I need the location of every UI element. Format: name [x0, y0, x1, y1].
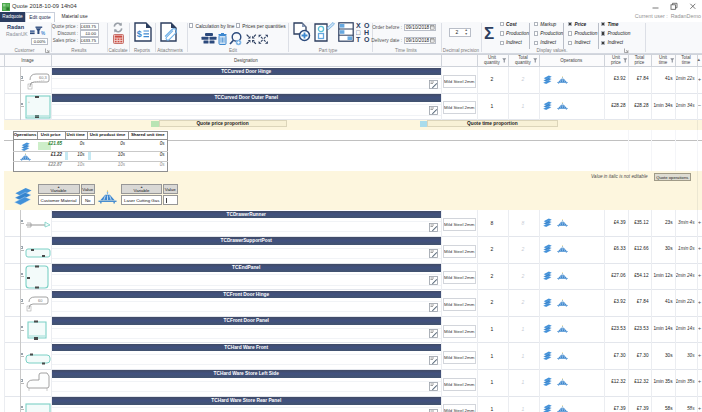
svg-text:60.3: 60.3: [39, 75, 48, 80]
svg-text:+: +: [28, 100, 30, 104]
svg-text:□: □: [356, 29, 361, 36]
svg-text:X: X: [356, 22, 361, 29]
svg-text:%: %: [41, 31, 45, 36]
svg-text:H: H: [364, 29, 369, 36]
svg-text:60: 60: [38, 298, 43, 303]
svg-text:T: T: [356, 36, 361, 42]
svg-text:$: $: [136, 29, 141, 39]
